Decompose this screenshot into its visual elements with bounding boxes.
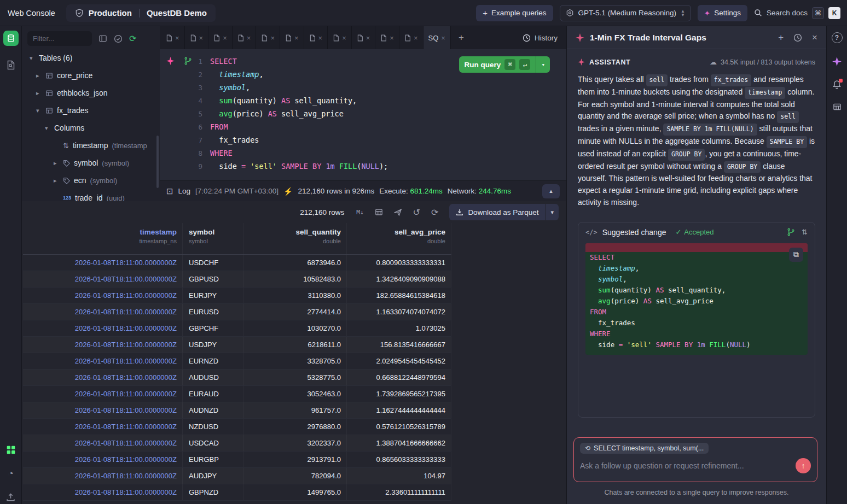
ai-panel-toggle-icon[interactable] bbox=[832, 57, 842, 66]
environment-badge[interactable]: Production QuestDB Demo bbox=[66, 4, 216, 22]
table-row[interactable]: 2026-01-08T18:11:00.0000000ZUSDCAD320233… bbox=[23, 435, 451, 452]
close-tab-icon[interactable]: × bbox=[199, 34, 204, 42]
query-history-icon[interactable]: ↺ bbox=[413, 207, 420, 218]
notifications-bell-icon[interactable] bbox=[832, 80, 842, 89]
run-options-chevron-icon[interactable]: ▾ bbox=[536, 61, 550, 68]
close-tab-icon[interactable]: × bbox=[414, 34, 418, 42]
code-line[interactable]: 7 fx_trades bbox=[160, 133, 566, 146]
editor-tab[interactable]: × bbox=[208, 26, 233, 49]
close-tab-icon[interactable]: × bbox=[342, 34, 346, 42]
run-query-button[interactable]: Run query ⌘ ↵ ▾ bbox=[459, 56, 550, 73]
tree-item-fx-trades[interactable]: ▾fx_trades bbox=[22, 102, 160, 119]
export-icon[interactable] bbox=[394, 208, 402, 216]
check-circle-icon[interactable] bbox=[114, 34, 123, 43]
close-tab-icon[interactable]: × bbox=[175, 34, 179, 42]
editor-tab[interactable]: × bbox=[399, 26, 424, 49]
table-row[interactable]: 2026-01-08T18:11:00.0000000ZUSDCHF687394… bbox=[23, 255, 451, 271]
new-tab-button[interactable]: + bbox=[459, 32, 464, 43]
column-header-sell_quantity[interactable]: sell_quantitydouble bbox=[244, 223, 347, 254]
refresh-results-icon[interactable]: ⟳ bbox=[431, 207, 438, 218]
table-row[interactable]: 2026-01-08T18:11:00.0000000ZGBPUSD105824… bbox=[23, 271, 451, 288]
grid-layout-icon[interactable] bbox=[375, 208, 383, 216]
editor-tab[interactable]: × bbox=[375, 26, 399, 49]
editor-tab[interactable]: × bbox=[161, 26, 185, 49]
code-line[interactable]: 6FROM bbox=[160, 120, 566, 133]
editor-tab[interactable]: × bbox=[352, 26, 376, 49]
grid-view-icon[interactable] bbox=[6, 445, 16, 455]
chat-composer[interactable]: ⟲ SELECT timestamp, symbol, sum(... ↑ bbox=[573, 437, 817, 482]
column-header-timestamp[interactable]: timestamptimestamp_ns bbox=[23, 223, 183, 254]
table-row[interactable]: 2026-01-08T18:11:00.0000000ZEURJPY311038… bbox=[23, 288, 451, 304]
editor-tab[interactable]: SQ× bbox=[424, 26, 451, 49]
sql-editor[interactable]: 1SELECT2 timestamp,3 symbol,4 sum(quanti… bbox=[160, 49, 566, 180]
copy-code-button[interactable]: ⧉ bbox=[789, 248, 803, 262]
tree-item-trade-id[interactable]: 123trade_id(uuid) bbox=[22, 189, 160, 201]
schema-panel-icon[interactable] bbox=[833, 103, 842, 111]
table-row[interactable]: 2026-01-08T18:11:00.0000000ZEURGBP291379… bbox=[23, 452, 451, 468]
table-row[interactable]: 2026-01-08T18:11:00.0000000ZUSDJPY621861… bbox=[23, 337, 451, 353]
send-button[interactable]: ↑ bbox=[796, 458, 811, 473]
tree-item-core-price[interactable]: ▸core_price bbox=[22, 67, 160, 84]
download-options-chevron-icon[interactable]: ▾ bbox=[546, 209, 559, 216]
example-queries-button[interactable]: + Example queries bbox=[476, 5, 553, 21]
code-line[interactable]: 9 side = 'sell' SAMPLE BY 1m FILL(NULL); bbox=[160, 160, 566, 173]
sidebar-scrollbar[interactable] bbox=[156, 136, 159, 188]
help-button[interactable]: ? bbox=[832, 32, 843, 43]
chat-history-button[interactable] bbox=[793, 33, 802, 42]
model-selector[interactable]: GPT-5.1 (Medium Reasoning) ▲▼ bbox=[560, 5, 691, 21]
code-line[interactable]: 4 sum(quantity) AS sell_quantity, bbox=[160, 94, 566, 107]
ai-suggestion-icon[interactable] bbox=[166, 57, 175, 65]
close-tab-icon[interactable]: × bbox=[390, 34, 394, 42]
tree-item-ecn[interactable]: ▸ecn(symbol) bbox=[22, 172, 160, 189]
tree-item-timestamp[interactable]: ⇅timestamp(timestamp bbox=[22, 137, 160, 154]
expand-collapse-icon[interactable]: ⇅ bbox=[802, 228, 808, 236]
editor-tab[interactable]: × bbox=[233, 26, 257, 49]
table-filter-input[interactable] bbox=[27, 31, 92, 46]
history-button[interactable]: History bbox=[523, 34, 558, 42]
table-row[interactable]: 2026-01-08T18:11:00.0000000ZAUDUSD532877… bbox=[23, 370, 451, 386]
editor-tab[interactable]: × bbox=[280, 26, 304, 49]
tree-item-columns[interactable]: ▾Columns bbox=[22, 119, 160, 137]
collapse-log-button[interactable]: ▴ bbox=[542, 184, 560, 198]
column-header-sell_avg_price[interactable]: sell_avg_pricedouble bbox=[347, 223, 451, 254]
column-header-symbol[interactable]: symbolsymbol bbox=[183, 223, 244, 254]
code-line[interactable]: 5 avg(price) AS sell_avg_price bbox=[160, 107, 566, 120]
apply-branch-icon[interactable] bbox=[787, 228, 795, 236]
table-row[interactable]: 2026-01-08T18:11:00.0000000ZNZDUSD297688… bbox=[23, 419, 451, 435]
table-row[interactable]: 2026-01-08T18:11:00.0000000ZAUDNZD961757… bbox=[23, 402, 451, 419]
table-row[interactable]: 2026-01-08T18:11:00.0000000ZEURUSD277441… bbox=[23, 304, 451, 320]
close-tab-icon[interactable]: × bbox=[270, 34, 275, 42]
tree-item-tables-6-[interactable]: ▾Tables (6) bbox=[22, 49, 160, 67]
code-line[interactable]: 8WHERE bbox=[160, 146, 566, 160]
editor-tab[interactable]: × bbox=[256, 26, 280, 49]
table-row[interactable]: 2026-01-08T18:11:00.0000000ZEURNZD332870… bbox=[23, 353, 451, 370]
table-row[interactable]: 2026-01-08T18:11:00.0000000ZEURAUD305246… bbox=[23, 386, 451, 402]
settings-button[interactable]: ✦ Settings bbox=[698, 5, 747, 21]
log-label[interactable]: Log bbox=[178, 187, 191, 195]
query-log-icon[interactable] bbox=[6, 60, 15, 70]
table-row[interactable]: 2026-01-08T18:11:00.0000000ZAUDJPY782094… bbox=[23, 468, 451, 484]
tree-item-symbol[interactable]: ▸symbol(symbol) bbox=[22, 154, 160, 172]
close-tab-icon[interactable]: × bbox=[247, 34, 251, 42]
new-chat-button[interactable]: + bbox=[778, 32, 784, 43]
code-line[interactable]: 3 symbol, bbox=[160, 81, 566, 94]
pie-chart-icon[interactable]: ◔ bbox=[8, 468, 14, 479]
close-tab-icon[interactable]: × bbox=[366, 34, 370, 42]
editor-tab[interactable]: × bbox=[185, 26, 209, 49]
markdown-copy-icon[interactable]: M↓ bbox=[356, 209, 363, 216]
close-tab-icon[interactable]: × bbox=[441, 34, 445, 42]
git-branch-icon[interactable] bbox=[184, 57, 192, 65]
editor-tab[interactable]: × bbox=[328, 26, 352, 49]
table-row[interactable]: 2026-01-08T18:11:00.0000000ZGBPNZD149976… bbox=[23, 484, 451, 501]
query-context-chip[interactable]: ⟲ SELECT timestamp, symbol, sum(... bbox=[580, 443, 709, 454]
search-docs[interactable]: Search docs ⌘ K bbox=[754, 7, 840, 19]
import-icon[interactable] bbox=[6, 493, 15, 502]
followup-input[interactable] bbox=[580, 461, 791, 470]
questdb-logo[interactable] bbox=[3, 31, 19, 46]
close-panel-button[interactable]: × bbox=[812, 32, 817, 43]
refresh-tables-icon[interactable]: ⟳ bbox=[129, 33, 136, 44]
close-tab-icon[interactable]: × bbox=[318, 34, 323, 42]
download-parquet-button[interactable]: Download as Parquet ▾ bbox=[449, 204, 559, 220]
close-tab-icon[interactable]: × bbox=[223, 34, 227, 42]
close-tab-icon[interactable]: × bbox=[294, 34, 299, 42]
